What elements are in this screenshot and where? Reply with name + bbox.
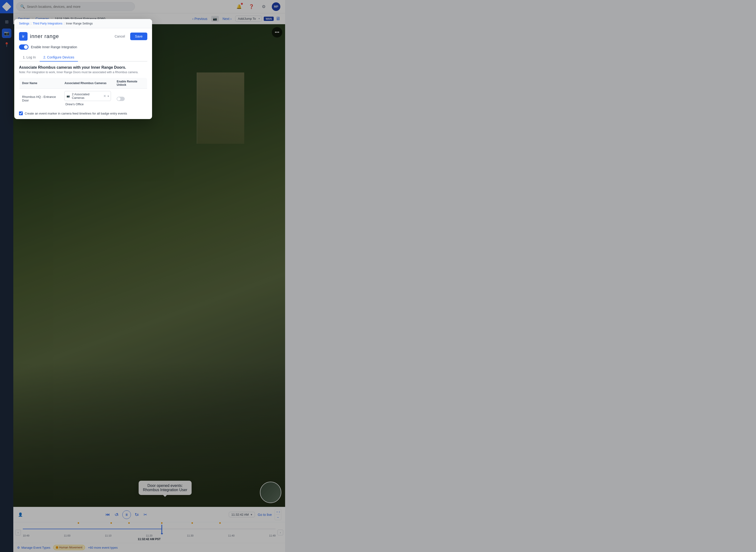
modal-bc-current: Inner Range Settings [66, 22, 93, 25]
modal-body: Enable Inner Range Integration 1. Log In… [14, 41, 152, 119]
tab-login[interactable]: 1. Log In [19, 53, 40, 61]
modal-breadcrumb: Settings :: Third Party Integrations :: … [14, 19, 152, 28]
event-marker-checkbox[interactable] [19, 112, 23, 115]
modal-actions: Cancel Save [112, 32, 147, 40]
enable-integration-toggle[interactable] [19, 44, 28, 50]
modal-bc-sep-1: :: [30, 22, 32, 25]
modal-bc-integrations[interactable]: Third Party Integrations [33, 22, 62, 25]
assoc-title: Associate Rhombus cameras with your Inne… [19, 65, 147, 70]
enable-toggle-label: Enable Inner Range Integration [31, 45, 77, 49]
enable-toggle-row: Enable Inner Range Integration [19, 44, 147, 50]
modal-bc-settings[interactable]: Settings [19, 22, 29, 25]
cancel-button[interactable]: Cancel [112, 33, 128, 40]
modal-tabs: 1. Log In 2. Configure Devices [19, 53, 147, 61]
dropdown-chevron-icon: ▾ [108, 95, 109, 98]
cameras-cell: 📷 2 Associated Cameras ✕ ▾ Drew's Office [61, 89, 114, 109]
col-remote-unlock: Enable Remote Unlock [114, 78, 147, 89]
door-table: Door Name Associated Rhombus Cameras Ena… [19, 78, 147, 109]
col-door-name: Door Name [19, 78, 62, 89]
modal-bc-sep-2: :: [63, 22, 65, 25]
remote-unlock-toggle[interactable] [117, 97, 125, 101]
save-button[interactable]: Save [130, 32, 147, 40]
table-header-row: Door Name Associated Rhombus Cameras Ena… [19, 78, 147, 89]
remote-unlock-cell [114, 89, 147, 109]
tab-configure-devices[interactable]: 2. Configure Devices [40, 53, 78, 61]
table-row: Rhombus HQ - Entrance Door 📷 2 Associate… [19, 89, 147, 109]
event-marker-checkbox-row: Create an event marker in camera feed ti… [19, 112, 147, 115]
ir-logo-text: inner range [30, 33, 59, 39]
camera-select[interactable]: 📷 2 Associated Cameras ✕ ▾ [64, 91, 111, 101]
col-associated-cameras: Associated Rhombus Cameras [61, 78, 114, 89]
clear-cameras-icon[interactable]: ✕ [103, 94, 106, 98]
camera-count-icon: 📷 [66, 95, 70, 98]
camera-count-label: 2 Associated Cameras [72, 93, 102, 100]
camera-extra-label: Drew's Office [64, 103, 111, 106]
modal-overlay[interactable]: Settings :: Third Party Integrations :: … [0, 0, 285, 552]
assoc-note: Note: For integration to work, Inner Ran… [19, 71, 147, 74]
ir-icon-text: ir [22, 34, 24, 38]
ir-logo-icon: ir [19, 32, 27, 41]
inner-range-logo: ir inner range [19, 32, 59, 41]
event-marker-label: Create an event marker in camera feed ti… [25, 112, 127, 115]
door-name-cell: Rhombus HQ - Entrance Door [19, 89, 62, 109]
inner-range-settings-modal: Settings :: Third Party Integrations :: … [14, 19, 152, 119]
modal-header: ir inner range Cancel Save [14, 28, 152, 41]
